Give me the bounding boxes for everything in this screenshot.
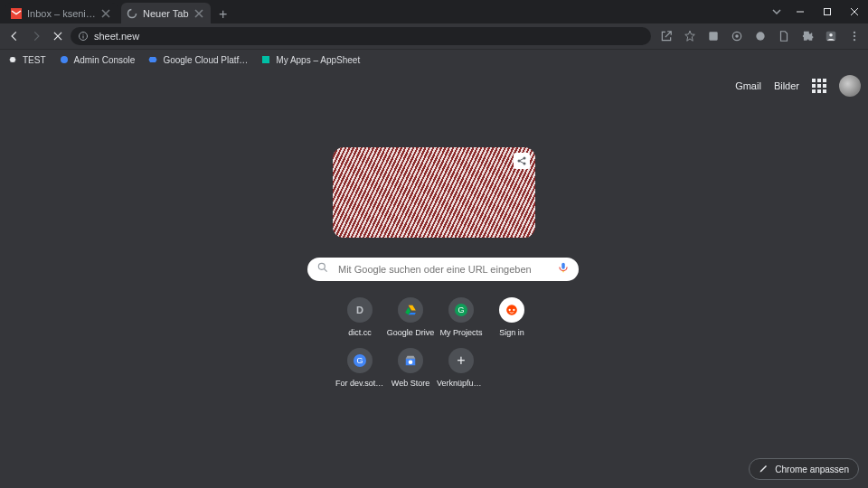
svg-point-1 <box>128 9 137 17</box>
search-icon <box>316 261 329 277</box>
tab-inbox[interactable]: Inbox – ksenia@dev.cloudwuerdig <box>5 3 118 23</box>
svg-point-9 <box>756 32 764 40</box>
pencil-icon <box>759 463 769 475</box>
svg-point-16 <box>61 56 68 63</box>
appsheet-icon <box>260 54 271 65</box>
svg-rect-17 <box>262 56 269 63</box>
shortcut-chip: + <box>448 348 474 373</box>
customize-label: Chrome anpassen <box>775 465 849 474</box>
omnibox[interactable]: sheet.new <box>71 27 651 45</box>
svg-point-8 <box>735 34 739 38</box>
svg-point-24 <box>509 309 511 311</box>
back-button[interactable] <box>5 27 24 45</box>
minimize-button[interactable] <box>787 0 814 23</box>
window-controls <box>772 0 868 23</box>
shortcut-label: dict.cc <box>348 328 372 337</box>
bookmark-appsheet[interactable]: My Apps – AppSheet <box>260 54 360 65</box>
drive-icon <box>404 304 417 316</box>
close-icon[interactable] <box>194 9 203 18</box>
share-icon[interactable] <box>658 28 675 44</box>
svg-rect-2 <box>825 9 831 15</box>
omnibox-url: sheet.new <box>94 31 139 42</box>
tab-newtab[interactable]: Neuer Tab <box>121 3 211 23</box>
shortcut-label: Verknüpfung … <box>437 379 486 388</box>
shortcut-chip: D <box>347 297 373 323</box>
maximize-button[interactable] <box>814 0 841 23</box>
google-doodle[interactable] <box>333 147 535 238</box>
tab-label: Neuer Tab <box>143 8 189 19</box>
gmail-link[interactable]: Gmail <box>735 80 761 91</box>
bookmark-star-icon[interactable] <box>682 28 698 44</box>
site-info-icon[interactable] <box>78 31 89 42</box>
ntp-search-box[interactable] <box>307 258 579 281</box>
svg-rect-6 <box>709 32 717 40</box>
new-tab-button[interactable]: + <box>214 5 232 23</box>
shortcut-devsotec[interactable]: G For dev.sotec… <box>335 344 385 395</box>
shortcut-google-drive[interactable]: Google Drive <box>385 294 436 344</box>
shortcut-label: Google Drive <box>387 328 435 337</box>
svg-point-23 <box>506 305 517 315</box>
shortcut-label: My Projects <box>439 328 482 337</box>
svg-point-14 <box>854 39 855 41</box>
extension-icon[interactable] <box>776 28 792 44</box>
bookmark-label: Admin Console <box>74 55 136 65</box>
web-store-icon <box>404 354 417 367</box>
ntp-shortcuts: D dict.cc Google Drive G My Projects Sig… <box>335 294 537 395</box>
svg-rect-5 <box>83 36 84 39</box>
shortcut-label: Web Store <box>392 379 429 388</box>
tab-label: Inbox – ksenia@dev.cloudwuerdig <box>27 8 96 19</box>
google-apps-icon[interactable] <box>812 79 826 93</box>
profile-avatar-icon[interactable] <box>823 28 839 44</box>
voice-search-icon[interactable] <box>557 261 570 277</box>
stop-reload-button[interactable] <box>49 27 67 45</box>
bookmark-test[interactable]: TEST <box>7 54 46 65</box>
shortcut-label: Sign in <box>499 328 524 337</box>
shortcut-web-store[interactable]: Web Store <box>385 344 436 395</box>
bookmarks-bar: TEST Admin Console Google Cloud Platf… M… <box>0 49 868 70</box>
bookmark-label: My Apps – AppSheet <box>276 55 360 65</box>
svg-point-12 <box>854 32 855 33</box>
doodle-share-icon[interactable] <box>514 153 530 169</box>
shortcut-chip <box>398 348 423 373</box>
shortcut-signin[interactable]: Sign in <box>486 294 537 344</box>
window-close-button[interactable] <box>841 0 868 23</box>
new-tab-page: Gmail Bilder D dict.cc Google Drive <box>0 70 868 488</box>
extension-icon[interactable] <box>752 28 769 44</box>
svg-point-21 <box>318 263 325 269</box>
close-icon[interactable] <box>101 9 110 18</box>
gcp-icon <box>147 54 158 65</box>
shortcut-label: For dev.sotec… <box>335 379 384 388</box>
loading-spinner-icon <box>127 8 137 19</box>
svg-point-27 <box>409 360 413 364</box>
shortcut-add[interactable]: + Verknüpfung … <box>436 344 486 395</box>
tabs-overflow-icon[interactable] <box>772 4 781 20</box>
shortcut-chip: G <box>347 348 373 373</box>
bookmark-label: Google Cloud Platf… <box>163 55 248 65</box>
extension-icon[interactable] <box>705 28 722 44</box>
tab-strip: Inbox – ksenia@dev.cloudwuerdig Neuer Ta… <box>0 0 868 23</box>
bookmark-admin-console[interactable]: Admin Console <box>59 54 136 65</box>
bookmark-label: TEST <box>23 55 46 65</box>
svg-point-11 <box>829 33 833 37</box>
toolbar: sheet.new <box>0 23 868 49</box>
google-admin-icon <box>59 54 70 65</box>
shortcut-chip <box>398 297 423 323</box>
extensions-puzzle-icon[interactable] <box>799 28 816 44</box>
images-link[interactable]: Bilder <box>774 80 799 91</box>
account-avatar[interactable] <box>839 75 861 97</box>
shortcut-chip: G <box>448 297 474 323</box>
ntp-search-input[interactable] <box>336 263 557 276</box>
svg-point-13 <box>854 35 855 37</box>
bug-icon <box>7 54 18 65</box>
extension-icon[interactable] <box>729 28 745 44</box>
bookmark-gcp[interactable]: Google Cloud Platf… <box>147 54 248 65</box>
ntp-header-links: Gmail Bilder <box>735 75 861 97</box>
shortcut-dictcc[interactable]: D dict.cc <box>335 294 385 344</box>
forward-button[interactable] <box>27 27 45 45</box>
kebab-menu-icon[interactable] <box>846 28 863 44</box>
reddit-icon <box>505 304 518 316</box>
shortcut-my-projects[interactable]: G My Projects <box>436 294 486 344</box>
svg-rect-22 <box>561 263 565 269</box>
customize-chrome-button[interactable]: Chrome anpassen <box>749 458 859 480</box>
svg-point-25 <box>513 309 514 311</box>
